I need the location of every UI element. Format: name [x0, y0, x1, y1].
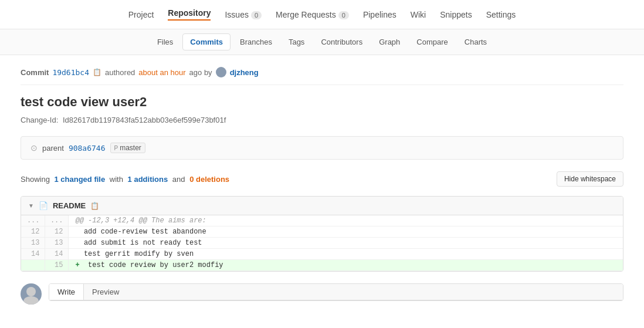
new-line-num: 14 — [45, 249, 68, 260]
issues-badge: 0 — [251, 11, 262, 19]
old-line-num: 14 — [21, 249, 45, 260]
sub-nav-item-contributors[interactable]: Contributors — [314, 34, 370, 50]
commit-header: Commit 19d61bc4 📋 authored about an hour… — [21, 67, 623, 85]
code-content: test gerrit modify by sven — [68, 249, 623, 260]
file-doc-icon: 📄 — [39, 201, 48, 210]
comment-tabs: Write Preview — [49, 284, 623, 300]
comment-tab-write[interactable]: Write — [49, 284, 84, 300]
sub-nav-item-files[interactable]: Files — [150, 34, 180, 50]
new-line-num: ... — [45, 215, 68, 226]
code-content-added: + test code review by user2 modfiy — [68, 260, 623, 271]
code-table: ... ... @@ -12,3 +12,4 @@ The aims are: … — [21, 215, 623, 271]
file-name: README — [53, 201, 86, 210]
sub-nav: Files Commits Branches Tags Contributors… — [0, 29, 644, 55]
old-line-num — [21, 260, 45, 271]
commit-hash: 19d61bc4 — [52, 68, 89, 77]
table-row: 12 12 add code-review test abandone — [21, 226, 623, 238]
new-line-num: 13 — [45, 238, 68, 249]
sub-nav-item-compare[interactable]: Compare — [409, 34, 455, 50]
table-row: ... ... @@ -12,3 +12,4 @@ The aims are: — [21, 215, 623, 226]
ago-label: ago by — [189, 68, 212, 77]
table-row: 14 14 test gerrit modify by sven — [21, 249, 623, 260]
new-line-num: 12 — [45, 226, 68, 238]
file-copy-icon[interactable]: 📋 — [90, 202, 99, 210]
commit-change-id: Change-Id: Id82617db1197843fa512abb03e6e… — [21, 116, 623, 124]
branch-dot-icon: ⊙ — [30, 143, 38, 153]
code-content: add submit is not ready test — [68, 238, 623, 249]
hide-whitespace-button[interactable]: Hide whitespace — [557, 171, 623, 187]
add-sign: + — [76, 261, 80, 269]
old-line-num: 13 — [21, 238, 45, 249]
top-nav-item-project[interactable]: Project — [128, 10, 154, 19]
code-content: add code-review test abandone — [68, 226, 623, 238]
top-nav-item-merge-requests[interactable]: Merge Requests0 — [276, 10, 349, 19]
comment-box: Write Preview — [49, 283, 623, 301]
old-line-num: 12 — [21, 226, 45, 238]
branch-badge: P master — [110, 143, 145, 153]
changed-count: 1 changed file — [55, 175, 106, 184]
old-line-num: ... — [21, 215, 45, 226]
sub-nav-item-branches[interactable]: Branches — [233, 34, 279, 50]
comment-tab-preview[interactable]: Preview — [84, 284, 127, 300]
svg-point-0 — [26, 287, 36, 296]
authored-label: authored — [105, 68, 135, 77]
table-row: 13 13 add submit is not ready test — [21, 238, 623, 249]
top-nav-item-settings[interactable]: Settings — [486, 10, 516, 19]
top-nav: Project Repository Issues0 Merge Request… — [0, 0, 644, 29]
top-nav-item-snippets[interactable]: Snippets — [440, 10, 472, 19]
comment-avatar — [21, 283, 42, 305]
commit-author[interactable]: djzheng — [230, 68, 259, 77]
parent-label: parent — [42, 144, 64, 153]
commit-time: about an hour — [138, 68, 185, 77]
change-id-value: Id82617db1197843fa512abb03e6ef599e73bf01… — [63, 116, 226, 124]
sub-nav-item-charts[interactable]: Charts — [457, 34, 494, 50]
branch-p-icon: P — [114, 145, 118, 151]
author-avatar — [216, 67, 226, 77]
diff-summary-text: Showing 1 changed file with 1 additions … — [21, 175, 229, 184]
parent-box: ⊙ parent 908a6746 P master — [21, 136, 623, 160]
code-content: @@ -12,3 +12,4 @@ The aims are: — [68, 215, 623, 226]
top-nav-item-issues[interactable]: Issues0 — [225, 10, 262, 19]
table-row-added: 15 + test code review by user2 modfiy — [21, 260, 623, 271]
main-content: Commit 19d61bc4 📋 authored about an hour… — [11, 55, 633, 316]
merge-requests-badge: 0 — [338, 11, 349, 19]
new-line-num: 15 — [45, 260, 68, 271]
branch-name: master — [120, 144, 141, 152]
and-label: and — [172, 175, 185, 184]
additions-count: 1 additions — [128, 175, 168, 184]
top-nav-item-pipelines[interactable]: Pipelines — [363, 10, 396, 19]
top-nav-item-repository[interactable]: Repository — [168, 8, 211, 21]
copy-hash-icon[interactable]: 📋 — [93, 68, 101, 76]
file-diff: ▼ 📄 README 📋 ... ... @@ -12,3 +12,4 @@ T… — [21, 196, 623, 272]
with-label: with — [110, 175, 123, 184]
change-id-label: Change-Id: — [21, 116, 58, 124]
top-nav-item-wiki[interactable]: Wiki — [411, 10, 426, 19]
file-diff-header: ▼ 📄 README 📋 — [21, 197, 623, 215]
svg-point-1 — [23, 296, 39, 305]
sub-nav-item-tags[interactable]: Tags — [282, 34, 311, 50]
file-diff-toggle-icon[interactable]: ▼ — [28, 202, 34, 209]
deletions-count: 0 deletions — [189, 175, 229, 184]
parent-hash-link[interactable]: 908a6746 — [69, 144, 106, 153]
commit-title: test code view user2 — [21, 94, 623, 110]
comment-area: Write Preview — [21, 283, 623, 305]
showing-label: Showing — [21, 175, 50, 184]
commit-label: Commit — [21, 68, 49, 77]
sub-nav-item-graph[interactable]: Graph — [372, 34, 407, 50]
diff-summary: Showing 1 changed file with 1 additions … — [21, 171, 623, 187]
sub-nav-item-commits[interactable]: Commits — [182, 33, 231, 50]
